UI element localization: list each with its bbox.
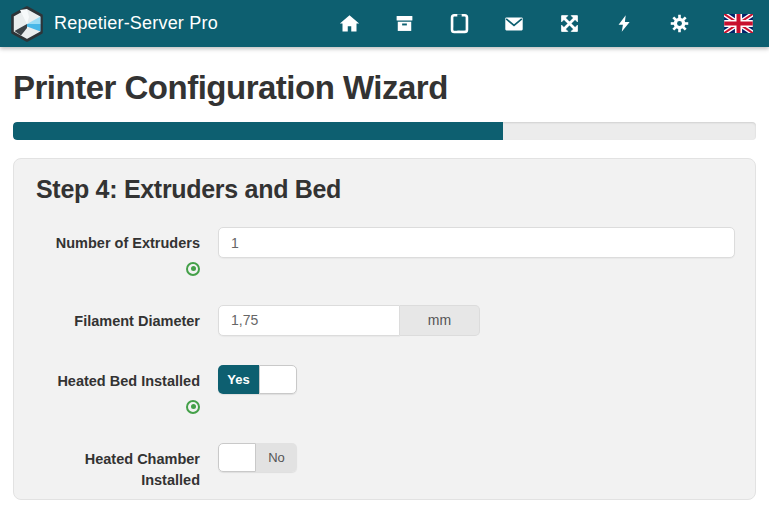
row-filament-diameter: Filament Diameter mm <box>34 305 735 336</box>
filament-diameter-input[interactable] <box>218 305 400 336</box>
toggle-knob <box>259 365 297 394</box>
row-heated-chamber: Heated Chamber Installed No <box>34 443 735 493</box>
number-of-extruders-label: Number of Extruders <box>56 227 200 255</box>
bolt-icon[interactable] <box>613 13 635 35</box>
repetier-logo-icon[interactable] <box>10 6 44 42</box>
heated-bed-toggle-state: Yes <box>218 365 259 394</box>
help-dot-icon[interactable] <box>186 400 200 414</box>
heated-bed-toggle[interactable]: Yes <box>218 365 297 394</box>
filament-diameter-label: Filament Diameter <box>74 305 200 333</box>
wizard-step-card: Step 4: Extruders and Bed Number of Extr… <box>13 158 756 500</box>
heated-chamber-toggle-state: No <box>256 443 297 472</box>
archive-box-icon[interactable] <box>393 13 415 35</box>
filament-diameter-group: mm <box>218 305 480 336</box>
toggle-knob <box>218 443 256 472</box>
page-content: Printer Configuration Wizard Step 4: Ext… <box>0 69 769 500</box>
gear-icon[interactable] <box>668 13 690 35</box>
home-icon[interactable] <box>338 13 360 35</box>
page-title: Printer Configuration Wizard <box>13 69 756 107</box>
expand-arrows-icon[interactable] <box>558 13 580 35</box>
filament-diameter-unit: mm <box>400 305 480 336</box>
row-number-of-extruders: Number of Extruders <box>34 227 735 276</box>
heated-chamber-toggle[interactable]: No <box>218 443 297 472</box>
heated-bed-label: Heated Bed Installed <box>57 365 200 393</box>
wizard-progress-bar <box>13 122 756 140</box>
mail-icon[interactable] <box>503 13 525 35</box>
navbar-icons <box>338 13 753 35</box>
uk-flag-icon[interactable] <box>723 13 753 35</box>
printer-icon[interactable] <box>448 13 470 35</box>
top-navbar: Repetier-Server Pro <box>0 0 769 47</box>
wizard-progress-fill <box>13 122 503 140</box>
step-title: Step 4: Extruders and Bed <box>36 175 735 204</box>
heated-chamber-label: Heated Chamber Installed <box>34 443 200 493</box>
row-heated-bed: Heated Bed Installed Yes <box>34 365 735 414</box>
brand-title[interactable]: Repetier-Server Pro <box>54 13 218 34</box>
help-dot-icon[interactable] <box>186 262 200 276</box>
number-of-extruders-input[interactable] <box>218 227 735 258</box>
